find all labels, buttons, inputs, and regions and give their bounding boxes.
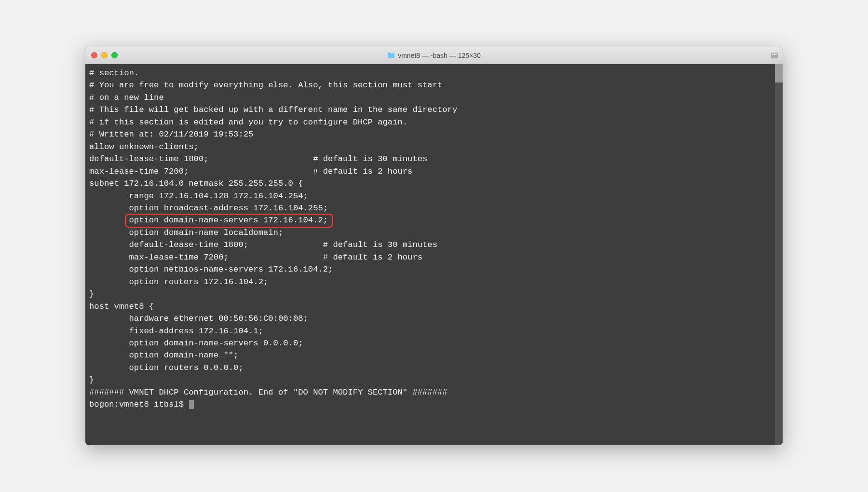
- terminal-line: option netbios-name-servers 172.16.104.2…: [89, 263, 779, 275]
- folder-icon: [387, 52, 395, 58]
- panel-icon[interactable]: [771, 53, 778, 58]
- terminal-line: allow unknown-clients;: [89, 141, 779, 153]
- terminal-line: option domain-name-servers 172.16.104.2;: [89, 214, 779, 226]
- scrollbar-track[interactable]: [775, 64, 783, 445]
- cursor: [189, 400, 194, 409]
- terminal-line: option domain-name "";: [89, 349, 779, 361]
- terminal-line: option routers 172.16.104.2;: [89, 276, 779, 288]
- scrollbar-thumb[interactable]: [775, 64, 783, 82]
- terminal-line: option routers 0.0.0.0;: [89, 362, 779, 374]
- terminal-line: max-lease-time 7200; # default is 2 hour…: [89, 251, 779, 263]
- prompt-line[interactable]: bogon:vmnet8 itbsl$: [89, 398, 779, 410]
- terminal-line: subnet 172.16.104.0 netmask 255.255.255.…: [89, 178, 779, 190]
- title-content: vmnet8 — -bash — 125×30: [387, 52, 481, 59]
- terminal-line: option broadcast-address 172.16.104.255;: [89, 202, 779, 214]
- maximize-button[interactable]: [111, 52, 118, 58]
- traffic-lights: [91, 52, 118, 58]
- terminal-line: # on a new line: [89, 92, 779, 104]
- titlebar[interactable]: vmnet8 — -bash — 125×30: [85, 47, 783, 64]
- terminal-line: default-lease-time 1800; # default is 30…: [89, 239, 779, 251]
- terminal-line: # section.: [89, 67, 779, 79]
- terminal-line: host vmnet8 {: [89, 301, 779, 313]
- terminal-body[interactable]: # section.# You are free to modify every…: [85, 64, 783, 445]
- terminal-line: max-lease-time 7200; # default is 2 hour…: [89, 165, 779, 178]
- terminal-window: vmnet8 — -bash — 125×30 # section.# You …: [85, 47, 783, 445]
- window-title: vmnet8 — -bash — 125×30: [398, 52, 481, 59]
- terminal-line: # if this section is edited and you try …: [89, 116, 779, 128]
- terminal-line: # This file will get backed up with a di…: [89, 104, 779, 116]
- terminal-line: fixed-address 172.16.104.1;: [89, 325, 779, 337]
- terminal-line: # Written at: 02/11/2019 19:53:25: [89, 128, 779, 140]
- minimize-button[interactable]: [101, 52, 108, 58]
- terminal-line: # You are free to modify everything else…: [89, 79, 779, 91]
- terminal-line: option domain-name localdomain;: [89, 227, 779, 239]
- terminal-line: range 172.16.104.128 172.16.104.254;: [89, 190, 779, 202]
- terminal-line: }: [89, 374, 779, 386]
- terminal-line: default-lease-time 1800; # default is 30…: [89, 153, 779, 165]
- close-button[interactable]: [91, 52, 97, 58]
- terminal-line: hardware ethernet 00:50:56:C0:00:08;: [89, 313, 779, 325]
- terminal-line: ####### VMNET DHCP Configuration. End of…: [89, 386, 779, 398]
- terminal-line: option domain-name-servers 0.0.0.0;: [89, 337, 779, 349]
- terminal-line: }: [89, 288, 779, 300]
